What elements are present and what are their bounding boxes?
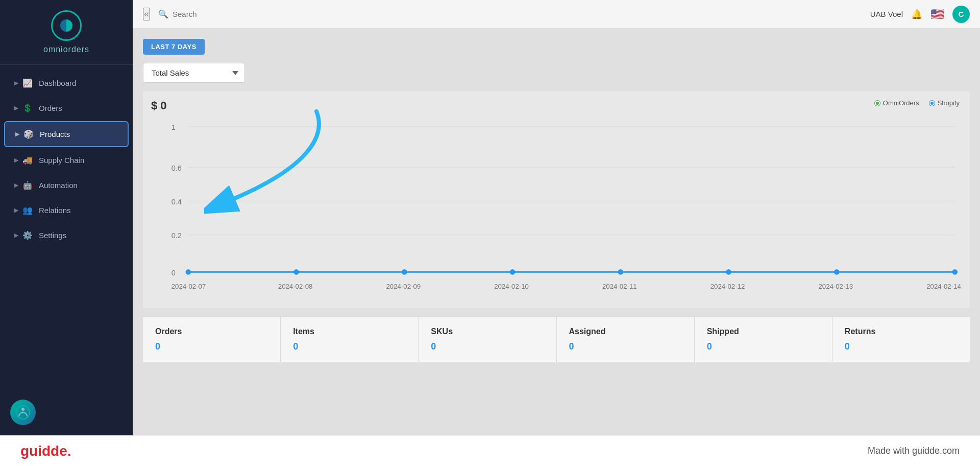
chart-legend: OmniOrders Shopify (875, 99, 960, 107)
legend-omniorders-label: OmniOrders (883, 99, 919, 107)
main-content: « 🔍 UAB Voel 🔔 🇺🇸 C LAST 7 DAYS Total Sa… (133, 0, 980, 466)
stat-card-skus: SKUs 0 (419, 317, 556, 362)
svg-text:2024-02-07: 2024-02-07 (172, 283, 206, 290)
sidebar-item-supply-chain[interactable]: ▶ 🚚 Supply Chain (4, 148, 129, 172)
sidebar-item-dashboard[interactable]: ▶ 📈 Dashboard (4, 71, 129, 95)
stat-card-returns: Returns 0 (832, 317, 970, 362)
search-box: 🔍 (158, 9, 275, 19)
sales-metric-select[interactable]: Total Sales (143, 63, 245, 83)
stat-value-assigned: 0 (569, 341, 682, 352)
stat-label-skus: SKUs (431, 327, 544, 336)
footer-tagline: Made with guidde.com (868, 446, 960, 456)
stat-value-returns: 0 (845, 341, 958, 352)
notification-bell-icon[interactable]: 🔔 (911, 9, 922, 20)
stat-label-items: Items (293, 327, 406, 336)
svg-point-18 (726, 269, 731, 275)
svg-text:0: 0 (172, 269, 176, 277)
search-input[interactable] (173, 10, 275, 18)
svg-text:2024-02-13: 2024-02-13 (818, 283, 853, 290)
stat-value-shipped: 0 (707, 341, 820, 352)
search-icon: 🔍 (158, 9, 168, 19)
svg-point-17 (618, 269, 623, 275)
legend-omniorders: OmniOrders (875, 99, 919, 107)
sidebar-bottom (0, 389, 133, 435)
nav-arrow-icon: ▶ (14, 157, 18, 164)
user-avatar[interactable]: C (952, 6, 970, 23)
period-button[interactable]: LAST 7 DAYS (143, 39, 205, 55)
legend-shopify-dot (929, 101, 935, 106)
nav-arrow-icon: ▶ (14, 80, 18, 86)
stat-value-orders: 0 (155, 341, 268, 352)
topbar: « 🔍 UAB Voel 🔔 🇺🇸 C (133, 0, 980, 29)
sidebar-item-automation[interactable]: ▶ 🤖 Automation (4, 173, 129, 197)
svg-text:2024-02-09: 2024-02-09 (386, 283, 421, 290)
language-flag-icon[interactable]: 🇺🇸 (930, 8, 944, 21)
footer-logo: guidde. (20, 443, 71, 459)
svg-point-1 (21, 408, 24, 411)
svg-text:1: 1 (172, 123, 176, 131)
svg-text:2024-02-14: 2024-02-14 (926, 283, 961, 290)
chart-value: $ 0 (151, 99, 962, 112)
sidebar-item-label-dashboard: Dashboard (39, 79, 76, 87)
stat-card-items: Items 0 (281, 317, 419, 362)
stats-row: Orders 0 Items 0 SKUs 0 Assigned 0 Shipp… (143, 316, 970, 362)
sidebar-item-products[interactable]: ▶ 🎲 Products (4, 121, 129, 147)
nav-arrow-icon: ▶ (15, 131, 19, 137)
stat-card-assigned: Assigned 0 (557, 317, 695, 362)
svg-text:2024-02-08: 2024-02-08 (278, 283, 313, 290)
org-name: UAB Voel (870, 10, 903, 18)
automation-nav-icon: 🤖 (22, 180, 33, 190)
legend-omniorders-dot (875, 101, 880, 106)
topbar-right: UAB Voel 🔔 🇺🇸 C (870, 6, 970, 23)
stat-label-assigned: Assigned (569, 327, 682, 336)
sidebar-item-label-relations: Relations (39, 206, 71, 215)
chart-wrapper: $ 0 OmniOrders Shopify (143, 91, 970, 308)
sidebar-item-relations[interactable]: ▶ 👥 Relations (4, 198, 129, 222)
svg-point-15 (402, 269, 407, 275)
app-name: omniorders (43, 45, 89, 54)
svg-text:0.4: 0.4 (172, 198, 182, 206)
chart-container: $ 0 OmniOrders Shopify (143, 91, 970, 308)
sidebar-item-label-products: Products (40, 130, 70, 138)
bottom-bar: guidde. Made with guidde.com (0, 435, 980, 466)
products-nav-icon: 🎲 (23, 129, 34, 139)
nav-arrow-icon: ▶ (14, 182, 18, 189)
stat-value-items: 0 (293, 341, 406, 352)
svg-point-16 (510, 269, 516, 275)
stat-card-shipped: Shipped 0 (695, 317, 832, 362)
collapse-sidebar-button[interactable]: « (143, 8, 150, 20)
chart-svg: 1 0.6 0.4 0.2 0 (151, 116, 962, 308)
stat-value-skus: 0 (431, 341, 544, 352)
svg-text:2024-02-12: 2024-02-12 (710, 283, 745, 290)
svg-text:0.6: 0.6 (172, 164, 182, 172)
svg-point-14 (293, 269, 299, 275)
app-logo: omniorders (0, 0, 133, 65)
logo-icon (51, 10, 82, 41)
dropdown-row: Total Sales (143, 63, 970, 83)
sidebar-item-label-settings: Settings (39, 231, 66, 240)
sidebar-item-label-automation: Automation (39, 181, 78, 190)
svg-point-13 (185, 269, 191, 275)
orders-nav-icon: 💲 (22, 103, 33, 113)
nav-arrow-icon: ▶ (14, 232, 18, 239)
relations-nav-icon: 👥 (22, 205, 33, 215)
sidebar-item-label-orders: Orders (39, 104, 62, 112)
svg-text:2024-02-10: 2024-02-10 (494, 283, 529, 290)
nav-arrow-icon: ▶ (14, 105, 18, 111)
svg-point-19 (834, 269, 840, 275)
sidebar-user-avatar[interactable] (10, 400, 36, 425)
stat-label-orders: Orders (155, 327, 268, 336)
stat-label-shipped: Shipped (707, 327, 820, 336)
svg-point-20 (952, 269, 958, 275)
sidebar-item-orders[interactable]: ▶ 💲 Orders (4, 96, 129, 120)
legend-shopify-label: Shopify (938, 99, 960, 107)
settings-nav-icon: ⚙️ (22, 230, 33, 240)
dashboard-nav-icon: 📈 (22, 78, 33, 88)
svg-text:0.2: 0.2 (172, 231, 182, 240)
supply-chain-nav-icon: 🚚 (22, 155, 33, 165)
svg-text:2024-02-11: 2024-02-11 (602, 283, 637, 290)
stat-card-orders: Orders 0 (143, 317, 281, 362)
topbar-left: « 🔍 (143, 8, 275, 20)
sidebar-item-settings[interactable]: ▶ ⚙️ Settings (4, 223, 129, 247)
sidebar: omniorders ▶ 📈 Dashboard ▶ 💲 Orders ▶ 🎲 … (0, 0, 133, 435)
